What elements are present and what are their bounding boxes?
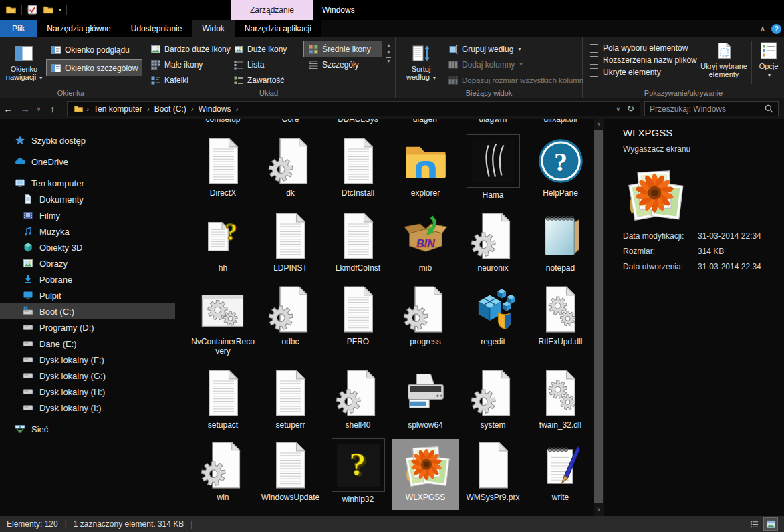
file-item[interactable]: WLXPGSS: [392, 439, 459, 510]
file-item[interactable]: ??winhlp32: [324, 439, 392, 510]
sidebar-item-szybki-dost-p[interactable]: Szybki dostęp: [0, 132, 187, 148]
icons-view-button[interactable]: [764, 518, 777, 530]
checkbox-icon[interactable]: [590, 44, 598, 53]
file-item[interactable]: write: [527, 439, 594, 510]
sidebar-item-dysk-lokalny-i[interactable]: Dysk lokalny (I:): [0, 400, 187, 416]
layout-option-2[interactable]: Duże ikony: [229, 41, 304, 57]
checkbox-row[interactable]: Ukryte elementy: [590, 68, 698, 77]
sidebar-item-dysk-lokalny-h[interactable]: Dysk lokalny (H:): [0, 384, 187, 400]
sidebar-item-ten-komputer[interactable]: Ten komputer: [0, 175, 187, 191]
address-dropdown-icon[interactable]: ∨: [616, 106, 621, 112]
tab-file[interactable]: Plik: [0, 20, 37, 37]
folder-icon[interactable]: [5, 4, 17, 15]
search-input[interactable]: [645, 104, 764, 114]
file-item[interactable]: DirectX: [189, 135, 257, 206]
scroll-down-icon[interactable]: ∨: [594, 504, 604, 515]
collapse-ribbon-icon[interactable]: ∧: [760, 25, 765, 33]
sidebar-item-boot-c[interactable]: Boot (C:): [0, 303, 175, 319]
refresh-icon[interactable]: ↻: [627, 104, 634, 114]
file-name-clipped[interactable]: DDACLSys: [324, 119, 392, 124]
file-item[interactable]: progress: [392, 283, 459, 356]
sidebar-item-filmy[interactable]: Filmy: [0, 207, 187, 223]
file-name-clipped[interactable]: comsetup: [189, 119, 257, 124]
fit-columns-button[interactable]: Dopasuj rozmiar wszystkich kolumn: [444, 72, 587, 88]
file-item[interactable]: Hama: [459, 135, 527, 206]
file-item[interactable]: setuperr: [257, 367, 324, 438]
file-item[interactable]: shell40: [324, 367, 392, 438]
gallery-down-icon[interactable]: ▼: [386, 50, 391, 55]
contextual-tab-management[interactable]: Zarządzanie: [231, 0, 313, 20]
breadcrumb-folder[interactable]: Windows: [194, 104, 236, 114]
sort-by-button[interactable]: Sortuj według ▾: [401, 40, 441, 88]
sidebar-item-dysk-lokalny-f[interactable]: Dysk lokalny (F:): [0, 352, 187, 368]
file-name-clipped[interactable]: diagerr: [392, 119, 459, 124]
scrollbar-thumb[interactable]: [594, 130, 603, 503]
vertical-scrollbar[interactable]: ∧ ∨: [594, 119, 604, 516]
layout-option-8[interactable]: Zawartość: [229, 72, 304, 88]
file-item[interactable]: regedit: [459, 283, 527, 356]
file-item[interactable]: NvContainerRecovery: [189, 283, 257, 356]
file-name-clipped[interactable]: diagwrn: [459, 119, 527, 124]
file-item[interactable]: LDPINST: [257, 210, 324, 281]
file-item[interactable]: DtcInstall: [324, 135, 392, 206]
file-item[interactable]: BINmib: [392, 210, 459, 281]
properties-check-icon[interactable]: [27, 4, 38, 15]
gallery-more-icon[interactable]: ▼: [386, 57, 391, 63]
details-pane-button[interactable]: Okienko szczegółów: [47, 60, 142, 76]
group-by-button[interactable]: Grupuj według▾: [444, 41, 587, 57]
sidebar-item-pulpit[interactable]: Pulpit: [0, 287, 187, 303]
file-item[interactable]: ?HelpPane: [527, 135, 594, 206]
new-folder-icon[interactable]: [43, 4, 54, 15]
tab-view[interactable]: Widok: [192, 20, 234, 37]
scroll-up-icon[interactable]: ∧: [594, 119, 604, 130]
file-item[interactable]: LkmdfCoInst: [324, 210, 392, 281]
sidebar-item-dysk-lokalny-g[interactable]: Dysk lokalny (G:): [0, 368, 187, 384]
breadcrumb-drive[interactable]: Boot (C:): [150, 104, 191, 114]
layout-option-3[interactable]: Średnie ikony: [304, 41, 382, 57]
file-item[interactable]: notepad: [527, 210, 594, 281]
layout-option-5[interactable]: Lista: [229, 57, 304, 72]
file-item[interactable]: win: [189, 439, 257, 510]
sidebar-item-obiekty-3d[interactable]: Obiekty 3D: [0, 239, 187, 255]
file-item[interactable]: neuronix: [459, 210, 527, 281]
back-icon[interactable]: ←: [0, 104, 17, 114]
checkbox-row[interactable]: Rozszerzenia nazw plików: [590, 55, 698, 65]
recent-locations-icon[interactable]: ∨: [33, 106, 44, 112]
layout-option-1[interactable]: Bardzo duże ikony: [146, 41, 229, 57]
file-item[interactable]: twain_32.dll: [527, 367, 594, 438]
sidebar-item-obrazy[interactable]: Obrazy: [0, 255, 187, 271]
gallery-up-icon[interactable]: ▲: [386, 43, 391, 47]
options-button[interactable]: Opcje▾: [753, 37, 784, 84]
sidebar-item-dane-e[interactable]: Dane (E:): [0, 336, 187, 352]
preview-pane-button[interactable]: Okienko podglądu: [47, 42, 142, 57]
file-name-clipped[interactable]: Core: [257, 119, 324, 124]
checkbox-row[interactable]: Pola wyboru elementów: [590, 43, 698, 53]
qat-dropdown-icon[interactable]: ▾: [59, 7, 61, 13]
details-view-button[interactable]: [747, 518, 761, 530]
file-item[interactable]: splwow64: [392, 367, 459, 438]
add-columns-button[interactable]: Dodaj kolumny▾: [444, 57, 587, 72]
up-icon[interactable]: ↑: [44, 104, 61, 114]
address-bar[interactable]: › Ten komputer › Boot (C:) › Windows › ∨…: [67, 101, 640, 116]
file-item[interactable]: explorer: [392, 135, 459, 206]
sidebar-item-muzyka[interactable]: Muzyka: [0, 223, 187, 239]
file-item[interactable]: WMSysPr9.prx: [459, 439, 527, 510]
file-name-clipped[interactable]: difxapi.dll: [527, 119, 594, 124]
file-item[interactable]: dk: [257, 135, 324, 206]
forward-icon[interactable]: →: [17, 104, 33, 114]
tab-app-tools[interactable]: Narzędzia aplikacji: [235, 20, 321, 37]
search-icon[interactable]: [764, 104, 774, 114]
file-item[interactable]: PFRO: [324, 283, 392, 356]
layout-option-4[interactable]: Małe ikony: [146, 57, 229, 72]
sidebar-item-dokumenty[interactable]: Dokumenty: [0, 191, 187, 207]
help-icon[interactable]: ?: [771, 24, 781, 34]
hide-selected-button[interactable]: Ukryj wybrane elementy: [698, 37, 750, 84]
layout-option-7[interactable]: Kafelki: [146, 72, 229, 88]
file-item[interactable]: WindowsUpdate: [257, 439, 324, 510]
file-item[interactable]: ?hh: [189, 210, 257, 281]
checkbox-icon[interactable]: [590, 68, 598, 77]
file-item[interactable]: RtlExUpd.dll: [527, 283, 594, 356]
tab-share[interactable]: Udostępnianie: [121, 20, 192, 37]
sidebar-item-sie[interactable]: Sieć: [0, 421, 187, 437]
breadcrumb-this-pc[interactable]: Ten komputer: [89, 104, 147, 114]
